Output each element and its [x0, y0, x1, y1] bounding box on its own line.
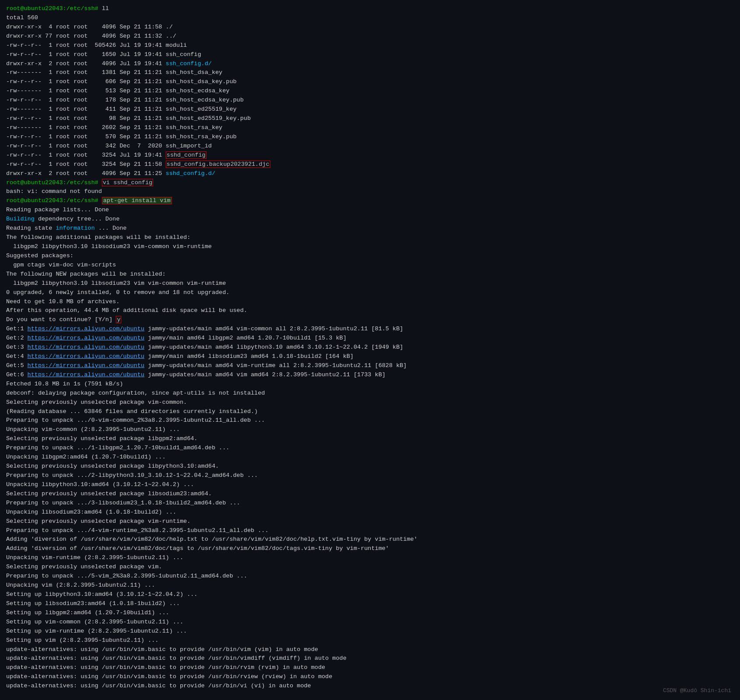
line-1: root@ubuntu22043:/etc/ssh# ll [6, 4, 734, 14]
line-14: -rw------- 1 root root 2602 Sep 21 11:21… [6, 123, 734, 133]
line-27: libgpm2 libpython3.10 libsodium23 vim-co… [6, 242, 734, 252]
line-68: Setting up vim-common (2:8.2.3995-1ubunt… [6, 618, 734, 627]
line-25: Reading state information ... Done [6, 224, 734, 233]
line-3: drwxr-xr-x 4 root root 4096 Sep 21 11:58… [6, 23, 734, 32]
line-16: -rw-r--r-- 1 root root 342 Dec 7 2020 ss… [6, 142, 734, 151]
line-63: Preparing to unpack .../5-vim_2%3a8.2.39… [6, 572, 734, 581]
line-45: (Reading database ... 63846 files and di… [6, 407, 734, 416]
line-21: bash: vi: command not found [6, 187, 734, 196]
line-49: Preparing to unpack .../1-libgpm2_1.20.7… [6, 444, 734, 453]
line-6: -rw-r--r-- 1 root root 1650 Jul 19 19:41… [6, 50, 734, 60]
line-70: Setting up vim (2:8.2.3995-1ubuntu2.11) … [6, 636, 734, 645]
line-26: The following additional packages will b… [6, 233, 734, 242]
line-36: Get:1 https://mirrors.aliyun.com/ubuntu … [6, 325, 734, 334]
line-8: -rw------- 1 root root 1381 Sep 21 11:21… [6, 68, 734, 77]
line-62: Selecting previously unselected package … [6, 563, 734, 572]
line-23: Reading package lists... Done [6, 206, 734, 215]
line-57: Selecting previously unselected package … [6, 517, 734, 526]
line-43: debconf: delaying package configuration,… [6, 389, 734, 398]
line-20: root@ubuntu22043:/etc/ssh# vi sshd_confi… [6, 178, 734, 188]
line-28: Suggested packages: [6, 252, 734, 261]
line-2: total 560 [6, 14, 734, 23]
line-40: Get:5 https://mirrors.aliyun.com/ubuntu … [6, 361, 734, 371]
line-18: -rw-r--r-- 1 root root 3254 Sep 21 11:58… [6, 160, 734, 169]
line-22: root@ubuntu22043:/etc/ssh# apt-get insta… [6, 196, 734, 206]
line-24: Building dependency tree... Done [6, 215, 734, 224]
line-5: -rw-r--r-- 1 root root 505426 Jul 19 19:… [6, 41, 734, 50]
line-12: -rw------- 1 root root 411 Sep 21 11:21 … [6, 105, 734, 114]
line-30: The following NEW packages will be insta… [6, 270, 734, 279]
line-65: Setting up libpython3.10:amd64 (3.10.12-… [6, 590, 734, 599]
line-9: -rw-r--r-- 1 root root 606 Sep 21 11:21 … [6, 77, 734, 87]
watermark: CSDN @Kudō Shin-ichi [663, 687, 731, 694]
line-10: -rw------- 1 root root 513 Sep 21 11:21 … [6, 87, 734, 96]
line-48: Selecting previously unselected package … [6, 434, 734, 444]
line-29: gpm ctags vim-doc vim-scripts [6, 261, 734, 270]
line-73: update-alternatives: using /usr/bin/vim.… [6, 663, 734, 672]
line-67: Setting up libgpm2:amd64 (1.20.7-10build… [6, 609, 734, 618]
line-61: Unpacking vim-runtime (2:8.2.3995-1ubunt… [6, 553, 734, 563]
line-15: -rw-r--r-- 1 root root 570 Sep 21 11:21 … [6, 133, 734, 142]
line-72: update-alternatives: using /usr/bin/vim.… [6, 654, 734, 663]
line-17: -rw-r--r-- 1 root root 3254 Jul 19 19:41… [6, 151, 734, 160]
line-46: Preparing to unpack .../0-vim-common_2%3… [6, 416, 734, 425]
line-64: Unpacking vim (2:8.2.3995-1ubuntu2.11) .… [6, 581, 734, 590]
line-34: After this operation, 44.4 MB of additio… [6, 306, 734, 315]
line-75: update-alternatives: using /usr/bin/vim.… [6, 682, 734, 691]
line-33: Need to get 10.8 MB of archives. [6, 298, 734, 307]
line-59: Adding 'diversion of /usr/share/vim/vim8… [6, 535, 734, 544]
line-71: update-alternatives: using /usr/bin/vim.… [6, 645, 734, 654]
line-19: drwxr-xr-x 2 root root 4096 Sep 21 11:25… [6, 169, 734, 178]
line-50: Unpacking libgpm2:amd64 (1.20.7-10build1… [6, 453, 734, 462]
line-31: libgpm2 libpython3.10 libsodium23 vim vi… [6, 279, 734, 288]
terminal-window: root@ubuntu22043:/etc/ssh# ll total 560 … [0, 0, 740, 700]
line-69: Setting up vim-runtime (2:8.2.3995-1ubun… [6, 627, 734, 636]
line-74: update-alternatives: using /usr/bin/vim.… [6, 672, 734, 682]
line-56: Unpacking libsodium23:amd64 (1.0.18-1bui… [6, 508, 734, 517]
line-35: Do you want to continue? [Y/n] y [6, 315, 734, 325]
line-13: -rw-r--r-- 1 root root 98 Sep 21 11:21 s… [6, 114, 734, 123]
line-54: Selecting previously unselected package … [6, 490, 734, 499]
line-39: Get:4 https://mirrors.aliyun.com/ubuntu … [6, 352, 734, 361]
line-44: Selecting previously unselected package … [6, 398, 734, 407]
line-37: Get:2 https://mirrors.aliyun.com/ubuntu … [6, 334, 734, 343]
line-41: Get:6 https://mirrors.aliyun.com/ubuntu … [6, 371, 734, 380]
line-53: Unpacking libpython3.10:amd64 (3.10.12-1… [6, 480, 734, 490]
line-38: Get:3 https://mirrors.aliyun.com/ubuntu … [6, 343, 734, 352]
line-58: Preparing to unpack .../4-vim-runtime_2%… [6, 526, 734, 536]
line-51: Selecting previously unselected package … [6, 462, 734, 471]
line-11: -rw-r--r-- 1 root root 178 Sep 21 11:21 … [6, 96, 734, 105]
line-32: 0 upgraded, 6 newly installed, 0 to remo… [6, 288, 734, 298]
line-7: drwxr-xr-x 2 root root 4096 Jul 19 19:41… [6, 60, 734, 69]
line-66: Setting up libsodium23:amd64 (1.0.18-1bu… [6, 599, 734, 609]
line-42: Fetched 10.8 MB in 1s (7591 kB/s) [6, 380, 734, 389]
line-52: Preparing to unpack .../2-libpython3.10_… [6, 471, 734, 480]
line-4: drwxr-xr-x 77 root root 4096 Sep 21 11:3… [6, 32, 734, 41]
line-55: Preparing to unpack .../3-libsodium23_1.… [6, 499, 734, 508]
line-60: Adding 'diversion of /usr/share/vim/vim8… [6, 544, 734, 553]
line-47: Unpacking vim-common (2:8.2.3995-1ubuntu… [6, 425, 734, 434]
